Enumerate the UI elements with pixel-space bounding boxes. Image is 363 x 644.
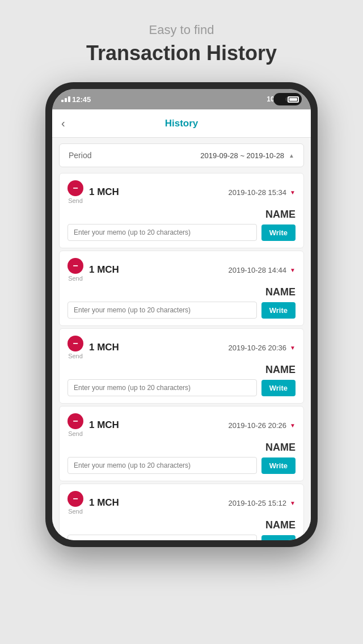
tx-left: − Send 1 MCH (67, 491, 119, 515)
tx-name-row: NAME (67, 519, 296, 531)
tx-datetime: 2019-10-28 14:44 (228, 266, 286, 274)
tx-name: NAME (265, 209, 296, 221)
tx-left: − Send 1 MCH (67, 413, 119, 437)
promo-title: Transaction History (11, 41, 352, 65)
tx-left: − Send 1 MCH (67, 258, 119, 282)
write-button[interactable]: Write (261, 535, 296, 541)
tx-left: − Send 1 MCH (67, 336, 119, 359)
tx-top-row: − Send 1 MCH 2019-10-25 15:12 ▼ (67, 491, 296, 515)
tx-top-row: − Send 1 MCH 2019-10-28 14:44 ▼ (67, 258, 296, 282)
send-icon: − (67, 336, 83, 351)
tx-datetime: 2019-10-26 20:36 (228, 344, 286, 352)
transaction-item: − Send 1 MCH 2019-10-28 15:34 ▼ NAME Wri… (59, 173, 304, 248)
tx-memo-row: Write (67, 224, 296, 241)
tx-amount: 1 MCH (89, 264, 119, 276)
tx-right: 2019-10-28 15:34 ▼ (228, 188, 296, 197)
tx-right: 2019-10-25 15:12 ▼ (228, 499, 296, 507)
tx-memo-row: Write (67, 302, 296, 319)
tx-datetime: 2019-10-26 20:26 (228, 421, 286, 430)
memo-input[interactable] (67, 224, 257, 241)
tx-name-row: NAME (67, 209, 296, 221)
period-label: Period (69, 151, 91, 160)
tx-right: 2019-10-28 14:44 ▼ (228, 266, 296, 274)
memo-input[interactable] (67, 302, 257, 319)
tx-name: NAME (265, 519, 296, 531)
promo-subtitle: Easy to find (11, 23, 352, 37)
send-icon-group: − Send (67, 180, 83, 204)
tx-datetime: 2019-10-25 15:12 (228, 499, 286, 507)
promo-section: Easy to find Transaction History (0, 0, 363, 77)
app-content: Period 2019-09-28 ~ 2019-10-28 ▲ − Send … (52, 138, 311, 540)
period-arrow-icon: ▲ (289, 152, 294, 159)
tx-amount: 1 MCH (89, 497, 119, 509)
tx-right: 2019-10-26 20:36 ▼ (228, 344, 296, 352)
write-button[interactable]: Write (261, 457, 296, 474)
tx-amount: 1 MCH (89, 342, 119, 353)
write-button[interactable]: Write (261, 380, 296, 396)
memo-input[interactable] (67, 535, 257, 540)
tx-top-row: − Send 1 MCH 2019-10-28 15:34 ▼ (67, 180, 296, 204)
tx-name-row: NAME (67, 286, 296, 298)
tx-datetime: 2019-10-28 15:34 (228, 188, 286, 197)
write-button[interactable]: Write (261, 302, 296, 319)
status-bar: 12:45 100% (52, 89, 311, 109)
status-time: 12:45 (61, 95, 91, 104)
send-icon-group: − Send (67, 336, 83, 359)
app-header: ‹ History (52, 109, 311, 138)
memo-input[interactable] (67, 379, 257, 396)
tx-name: NAME (265, 364, 296, 376)
tx-memo-row: Write (67, 457, 296, 474)
tx-memo-row: Write (67, 379, 296, 396)
send-icon: − (67, 413, 83, 429)
tx-amount: 1 MCH (89, 420, 119, 431)
tx-name-row: NAME (67, 364, 296, 376)
period-filter[interactable]: Period 2019-09-28 ~ 2019-10-28 ▲ (59, 143, 304, 167)
memo-input[interactable] (67, 457, 257, 474)
tx-name: NAME (265, 442, 296, 454)
tx-name-row: NAME (67, 442, 296, 454)
transaction-item: − Send 1 MCH 2019-10-26 20:36 ▼ NAME Wri… (59, 328, 304, 404)
send-label: Send (68, 430, 83, 437)
expand-icon[interactable]: ▼ (290, 500, 296, 506)
transaction-item: − Send 1 MCH 2019-10-26 20:26 ▼ NAME Wri… (59, 406, 304, 481)
send-label: Send (68, 275, 83, 282)
tx-top-row: − Send 1 MCH 2019-10-26 20:26 ▼ (67, 413, 296, 437)
send-icon: − (67, 258, 83, 274)
tx-amount: 1 MCH (89, 187, 119, 198)
send-label: Send (68, 508, 83, 515)
tx-memo-row: Write (67, 535, 296, 540)
period-value: 2019-09-28 ~ 2019-10-28 ▲ (200, 151, 294, 160)
send-icon-group: − Send (67, 491, 83, 515)
send-icon: − (67, 180, 83, 196)
phone-screen: 12:45 100% ‹ History (52, 89, 311, 540)
tx-right: 2019-10-26 20:26 ▼ (228, 421, 296, 430)
send-label: Send (68, 353, 83, 359)
header-title: History (165, 118, 199, 129)
send-icon-group: − Send (67, 258, 83, 282)
phone-frame: 12:45 100% ‹ History (45, 82, 318, 547)
expand-icon[interactable]: ▼ (290, 422, 296, 429)
expand-icon[interactable]: ▼ (290, 189, 296, 196)
transaction-list: − Send 1 MCH 2019-10-28 15:34 ▼ NAME Wri… (52, 173, 311, 540)
transaction-item: − Send 1 MCH 2019-10-25 15:12 ▼ NAME Wri… (59, 484, 304, 540)
expand-icon[interactable]: ▼ (290, 267, 296, 273)
back-button[interactable]: ‹ (61, 117, 65, 130)
signal-icon (61, 96, 70, 102)
transaction-item: − Send 1 MCH 2019-10-28 14:44 ▼ NAME Wri… (59, 251, 304, 326)
expand-icon[interactable]: ▼ (290, 345, 296, 351)
tx-top-row: − Send 1 MCH 2019-10-26 20:36 ▼ (67, 336, 296, 359)
send-icon: − (67, 491, 83, 507)
send-label: Send (68, 197, 83, 204)
send-icon-group: − Send (67, 413, 83, 437)
tx-left: − Send 1 MCH (67, 180, 119, 204)
tx-name: NAME (265, 286, 296, 298)
write-button[interactable]: Write (261, 224, 296, 241)
